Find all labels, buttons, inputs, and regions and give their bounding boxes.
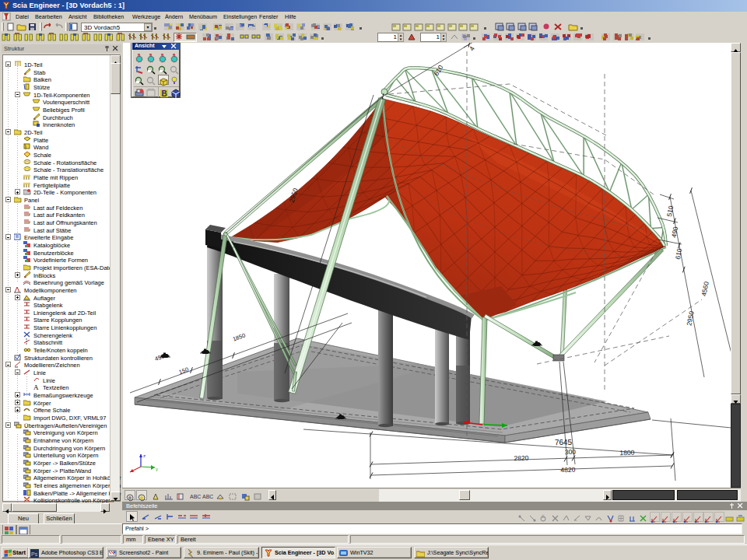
svg-text:1800: 1800 bbox=[619, 449, 635, 457]
svg-text:4560: 4560 bbox=[700, 281, 710, 297]
svg-text:7645: 7645 bbox=[555, 438, 573, 446]
svg-text:4820: 4820 bbox=[560, 466, 576, 474]
svg-text:1850: 1850 bbox=[232, 332, 247, 343]
svg-text:ABC: ABC bbox=[202, 494, 213, 499]
svg-text:150: 150 bbox=[178, 366, 190, 376]
svg-text:G: G bbox=[542, 514, 545, 519]
svg-text:610: 610 bbox=[674, 247, 684, 260]
svg-text:z: z bbox=[143, 453, 146, 458]
svg-text:2820: 2820 bbox=[514, 454, 529, 463]
svg-text:B: B bbox=[162, 89, 167, 98]
svg-text:Ps: Ps bbox=[31, 551, 38, 556]
svg-text:y: y bbox=[156, 467, 158, 471]
svg-text:ABC: ABC bbox=[190, 494, 201, 499]
svg-text:4: 4 bbox=[468, 45, 476, 52]
svg-text:A: A bbox=[33, 383, 39, 390]
svg-text:490: 490 bbox=[670, 226, 680, 238]
